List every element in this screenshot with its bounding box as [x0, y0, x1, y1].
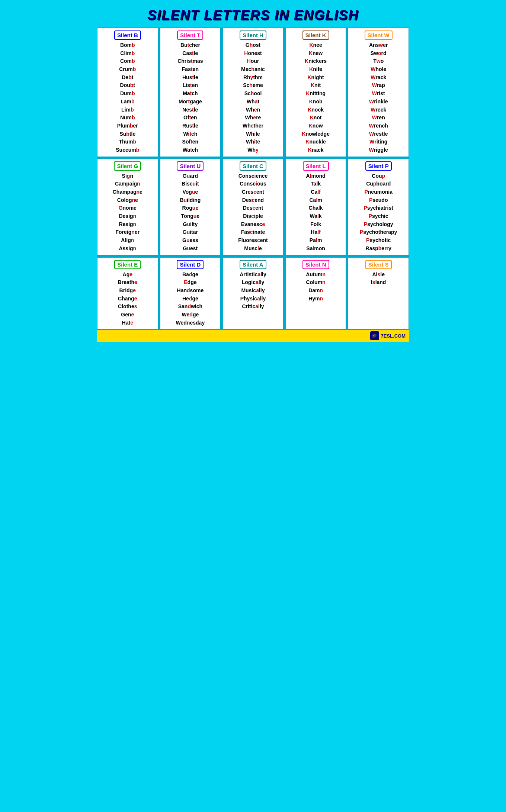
section-header: Silent K	[302, 30, 329, 40]
section-cell: Silent UGuardBiscuitVogueBuildingRogueTo…	[160, 158, 221, 256]
section-cell: Silent SAisleIsland	[348, 257, 409, 330]
section-cell: Silent EAgeBreatheBridgeChangeClothesGen…	[97, 257, 158, 330]
page-title: SILENT LETTERS IN ENGLISH	[97, 4, 409, 28]
section-header: Silent G	[114, 161, 141, 171]
section-header: Silent E	[114, 260, 141, 269]
section-header: Silent N	[302, 260, 329, 269]
section-header: Silent U	[177, 161, 204, 171]
section-cell: Silent TButcherCastleChristmasFastenHust…	[160, 28, 221, 157]
section-header: Silent A	[240, 260, 266, 269]
section-cell: Silent NAutumnColumnDamnHymn	[285, 257, 347, 330]
section-cell: Silent CConscienceConsciousCrescentDesce…	[222, 158, 284, 256]
section-cell: Silent HGhostHonestHourMechanicRhythmSch…	[222, 28, 284, 157]
section-cell: Silent AArtisticallyLogicallyMusicallyPh…	[222, 257, 284, 330]
section-cell: Silent GSignCampaignChampagneCologneGnom…	[97, 158, 158, 256]
section-header: Silent T	[177, 30, 203, 40]
section-header: Silent S	[365, 260, 392, 269]
section-cell: Silent BBombClimbCombCrumbDebtDoubtDumbL…	[97, 28, 158, 157]
footer: 🎓 7ESL.COM	[97, 330, 409, 342]
section-cell: Silent DBadgeEdgeHandsomeHedgeSandwichWe…	[160, 257, 221, 330]
logo-icon: 🎓	[370, 331, 379, 340]
section-header: Silent D	[177, 260, 204, 269]
section-cell: Silent LAlmondTalkCalfCalmChalkWalkFolkH…	[285, 158, 347, 256]
section-header: Silent C	[240, 161, 266, 171]
main-grid: Silent BBombClimbCombCrumbDebtDoubtDumbL…	[97, 28, 409, 330]
section-header: Silent P	[365, 161, 392, 171]
section-cell: Silent KKneeKnewKnickersKnifeKnightKnitK…	[285, 28, 347, 157]
section-header: Silent B	[114, 30, 141, 40]
section-header: Silent H	[240, 30, 266, 40]
logo-text: 7ESL.COM	[381, 333, 406, 339]
section-header: Silent W	[365, 30, 393, 40]
section-cell: Silent PCoupCupboardPneumoniaPseudoPsych…	[348, 158, 409, 256]
section-cell: Silent WAnswerSwordTwoWholeWrackWrapWris…	[348, 28, 409, 157]
section-header: Silent L	[303, 161, 329, 171]
